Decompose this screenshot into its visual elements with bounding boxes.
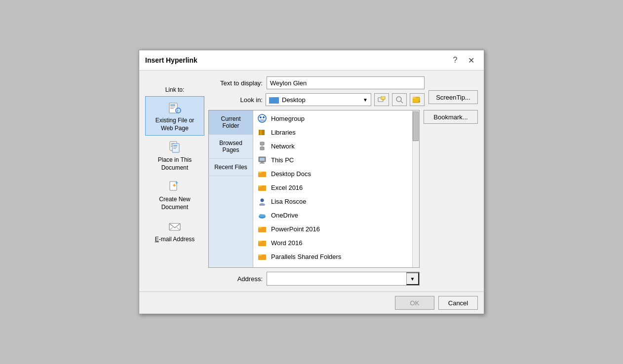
file-browser: CurrentFolder BrowsedPages Recent Files … (208, 110, 420, 268)
svg-rect-2 (170, 107, 175, 108)
address-input-wrap: ▼ (267, 272, 420, 286)
sidebar-item-email[interactable]: E-mail Address (145, 215, 204, 247)
svg-rect-57 (258, 241, 262, 242)
list-item[interactable]: Lisa Roscoe (253, 194, 419, 208)
folder-icon (269, 96, 279, 104)
help-button[interactable]: ? (448, 54, 462, 66)
svg-text:↑: ↑ (382, 96, 384, 101)
create-new-icon: ✦ + (167, 179, 183, 194)
svg-point-34 (259, 119, 265, 122)
svg-rect-13 (173, 148, 176, 149)
link-to-sidebar: Link to: * Existing File orWeb Page (145, 76, 204, 286)
dialog-footer: OK Cancel (139, 291, 484, 314)
svg-text:+: + (418, 99, 421, 104)
list-item[interactable]: Excel 2016 (253, 181, 419, 194)
file-name: Homegroup (271, 115, 305, 122)
file-name: This PC (271, 156, 294, 164)
text-to-display-input[interactable] (267, 76, 425, 89)
file-name: PowerPoint 2016 (271, 225, 320, 233)
sidebar-item-create-new[interactable]: ✦ + Create NewDocument (145, 175, 204, 215)
svg-point-32 (260, 116, 262, 118)
cancel-button[interactable]: Cancel (438, 296, 478, 310)
browsed-pages-btn[interactable]: BrowsedPages (209, 135, 253, 159)
look-in-row: Look in: Desktop ▼ (208, 93, 425, 106)
bookmark-button[interactable]: Bookmark... (424, 110, 478, 124)
insert-hyperlink-dialog: Insert Hyperlink ? ✕ Link to: * (139, 50, 484, 314)
dialog-title: Insert Hyperlink (145, 56, 197, 64)
new-folder-icon: + (413, 96, 422, 104)
file-icon (257, 224, 267, 234)
svg-rect-3 (170, 108, 174, 109)
title-bar-buttons: ? ✕ (448, 54, 478, 66)
file-name: Word 2016 (271, 239, 302, 247)
list-item[interactable]: OneDrive (253, 208, 419, 222)
text-to-display-row: Text to display: (208, 76, 425, 89)
file-icon (257, 238, 267, 248)
list-item[interactable]: Desktop Docs (253, 167, 419, 181)
svg-rect-12 (173, 146, 177, 147)
svg-rect-46 (258, 172, 262, 173)
sidebar-item-existing-file[interactable]: * Existing File orWeb Page (145, 96, 204, 136)
svg-point-26 (396, 97, 401, 102)
browser-section: CurrentFolder BrowsedPages Recent Files … (208, 110, 478, 286)
svg-text:*: * (177, 109, 179, 113)
svg-rect-43 (261, 162, 264, 163)
address-dropdown-button[interactable]: ▼ (406, 272, 419, 285)
file-icon (257, 155, 267, 165)
svg-point-49 (261, 199, 264, 202)
list-item[interactable]: PowerPoint 2016 (253, 222, 419, 236)
file-icon (257, 182, 267, 192)
svg-text:+: + (175, 180, 178, 185)
main-content: Text to display: Look in: (208, 76, 478, 286)
list-item[interactable]: Parallels Shared Folders (253, 250, 419, 263)
browser-right-panel: HomegroupLibrariesNetworkThis PCDesktop … (253, 110, 419, 267)
current-folder-btn[interactable]: CurrentFolder (209, 110, 253, 135)
ok-button[interactable]: OK (395, 296, 434, 310)
file-name: Libraries (271, 129, 296, 136)
side-buttons: Bookmark... (424, 110, 478, 286)
look-in-back-button[interactable]: ↑ (374, 93, 389, 106)
look-in-value: Desktop (282, 96, 306, 104)
list-item[interactable]: Homegroup (253, 111, 419, 125)
list-item[interactable]: Libraries (253, 125, 419, 139)
svg-rect-22 (269, 98, 279, 104)
existing-file-icon: * (167, 100, 183, 115)
screentip-button[interactable]: ScreenTip... (428, 90, 478, 104)
svg-rect-39 (260, 147, 264, 150)
look-in-search-button[interactable] (392, 93, 407, 106)
svg-rect-55 (258, 227, 262, 228)
sidebar-item-place-in-doc[interactable]: Place in ThisDocument (145, 136, 204, 175)
close-button[interactable]: ✕ (464, 54, 478, 66)
email-label: E-mail Address (155, 236, 195, 244)
top-section: Text to display: Look in: (208, 76, 478, 106)
browser-left-panel: CurrentFolder BrowsedPages Recent Files (209, 110, 253, 267)
recent-files-btn[interactable]: Recent Files (209, 159, 253, 176)
create-new-label: Create NewDocument (159, 196, 190, 211)
svg-point-33 (263, 116, 265, 118)
search-icon (395, 96, 403, 104)
svg-point-53 (262, 215, 266, 217)
file-icon (257, 141, 267, 151)
file-name: Parallels Shared Folders (271, 253, 341, 260)
place-in-doc-label: Place in ThisDocument (158, 156, 192, 172)
svg-rect-48 (258, 185, 262, 187)
scrollbar-thumb[interactable] (413, 111, 419, 141)
scrollbar-track[interactable] (412, 110, 419, 267)
svg-rect-59 (258, 255, 262, 256)
svg-rect-11 (173, 145, 177, 146)
look-in-folder-button[interactable]: + (410, 93, 425, 106)
list-item[interactable]: This PC (253, 153, 419, 167)
svg-rect-37 (262, 130, 265, 135)
file-icon (257, 196, 267, 206)
email-icon (167, 218, 183, 234)
file-name: OneDrive (271, 212, 298, 219)
title-bar: Insert Hyperlink ? ✕ (139, 50, 484, 71)
svg-rect-29 (413, 97, 416, 99)
file-name: Desktop Docs (271, 170, 311, 178)
address-input[interactable] (267, 272, 406, 285)
place-in-doc-icon (167, 139, 183, 155)
list-item[interactable]: Network (253, 139, 419, 153)
file-name: Network (271, 143, 295, 150)
list-item[interactable]: Word 2016 (253, 236, 419, 250)
look-in-select[interactable]: Desktop ▼ (266, 93, 371, 106)
